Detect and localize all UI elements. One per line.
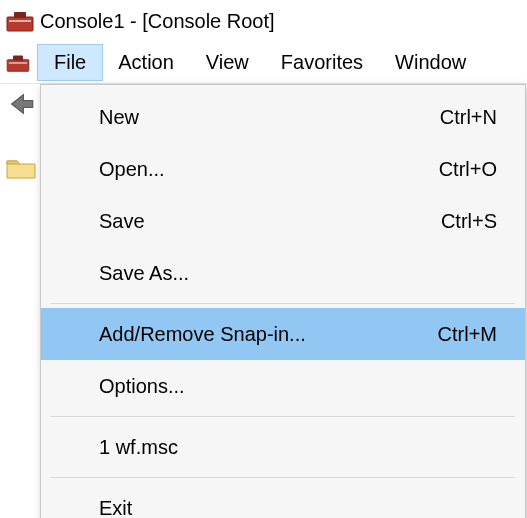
menu-separator bbox=[51, 303, 515, 304]
menu-separator bbox=[51, 477, 515, 478]
menuitem-label: Options... bbox=[99, 375, 497, 398]
menuitem-label: Open... bbox=[99, 158, 439, 181]
menuitem-label: Exit bbox=[99, 497, 497, 519]
app-icon bbox=[6, 9, 34, 33]
menuitem-shortcut: Ctrl+N bbox=[440, 106, 497, 129]
menu-action[interactable]: Action bbox=[102, 45, 190, 80]
toolbar-left bbox=[0, 84, 42, 179]
menuitem-shortcut: Ctrl+S bbox=[441, 210, 497, 233]
menuitem-open[interactable]: Open... Ctrl+O bbox=[41, 143, 525, 195]
menu-window[interactable]: Window bbox=[379, 45, 482, 80]
folder-icon[interactable] bbox=[6, 157, 36, 179]
svg-rect-2 bbox=[9, 20, 31, 22]
menuitem-label: New bbox=[99, 106, 440, 129]
svg-rect-3 bbox=[7, 59, 29, 71]
svg-rect-0 bbox=[7, 17, 33, 31]
menu-view[interactable]: View bbox=[190, 45, 265, 80]
menuitem-label: Add/Remove Snap-in... bbox=[99, 323, 438, 346]
menuitem-shortcut: Ctrl+M bbox=[438, 323, 497, 346]
menuitem-label: Save As... bbox=[99, 262, 497, 285]
menuitem-save-as[interactable]: Save As... bbox=[41, 247, 525, 299]
app-icon-small bbox=[4, 51, 32, 75]
menuitem-new[interactable]: New Ctrl+N bbox=[41, 91, 525, 143]
svg-rect-4 bbox=[13, 55, 23, 60]
menuitem-options[interactable]: Options... bbox=[41, 360, 525, 412]
menuitem-exit[interactable]: Exit bbox=[41, 482, 525, 518]
window-title: Console1 - [Console Root] bbox=[40, 10, 275, 33]
menu-file[interactable]: File bbox=[38, 45, 102, 80]
svg-rect-5 bbox=[9, 62, 27, 64]
menuitem-label: 1 wf.msc bbox=[99, 436, 497, 459]
menuitem-save[interactable]: Save Ctrl+S bbox=[41, 195, 525, 247]
file-menu-dropdown: New Ctrl+N Open... Ctrl+O Save Ctrl+S Sa… bbox=[40, 84, 526, 518]
menu-bar: File Action View Favorites Window bbox=[0, 42, 527, 84]
menuitem-recent-1[interactable]: 1 wf.msc bbox=[41, 421, 525, 473]
svg-rect-1 bbox=[14, 12, 26, 18]
back-arrow-icon[interactable] bbox=[7, 90, 35, 125]
menu-favorites[interactable]: Favorites bbox=[265, 45, 379, 80]
menuitem-label: Save bbox=[99, 210, 441, 233]
menuitem-shortcut: Ctrl+O bbox=[439, 158, 497, 181]
menu-separator bbox=[51, 416, 515, 417]
title-bar: Console1 - [Console Root] bbox=[0, 0, 527, 42]
menuitem-add-remove-snapin[interactable]: Add/Remove Snap-in... Ctrl+M bbox=[41, 308, 525, 360]
